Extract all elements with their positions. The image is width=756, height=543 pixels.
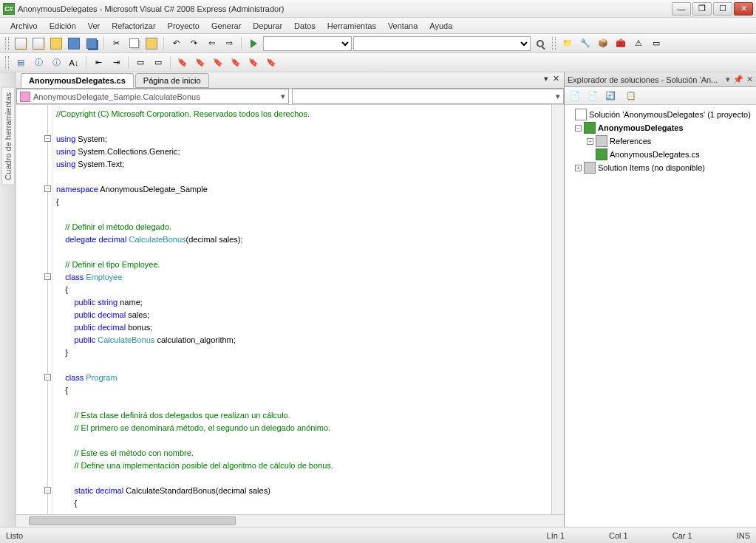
fold-toggle[interactable]: −	[44, 185, 51, 192]
code-editor[interactable]: −−−−− //Copyright (C) Microsoft Corporat…	[16, 105, 564, 514]
code-navigation-bar: AnonymousDelegate_Sample.CalculateBonus …	[16, 89, 564, 105]
menu-ver[interactable]: Ver	[82, 19, 106, 33]
menu-edicion[interactable]: Edición	[44, 19, 82, 33]
properties-button[interactable]: 📄	[568, 89, 582, 103]
menu-archivo[interactable]: Archivo	[4, 19, 44, 33]
tree-file[interactable]: AnonymousDelegates.cs	[566, 148, 755, 161]
nav-back-button[interactable]: ⇦	[203, 35, 219, 52]
quick-info-button[interactable]: ⓘ	[48, 55, 64, 71]
chevron-down-icon: ▾	[281, 92, 285, 101]
tree-solution-items[interactable]: + Solution Items (no disponible)	[566, 161, 755, 174]
uncomment-button[interactable]: ▭	[150, 55, 166, 71]
nav-fwd-button[interactable]: ⇨	[221, 35, 237, 52]
menu-depurar[interactable]: Depurar	[247, 19, 288, 33]
menu-ayuda[interactable]: Ayuda	[423, 19, 458, 33]
tab-active-file[interactable]: AnonymousDelegates.cs	[21, 73, 134, 88]
find-combo[interactable]	[353, 36, 531, 51]
status-char: Car 1	[672, 531, 692, 540]
immediate-button[interactable]: ▭	[648, 35, 664, 52]
properties-button[interactable]: 🔧	[577, 35, 593, 52]
vertical-scrollbar[interactable]	[551, 105, 564, 514]
indent-less-button[interactable]: ⇤	[90, 55, 106, 71]
show-all-button[interactable]: 📄	[585, 89, 600, 103]
refresh-button[interactable]: 🔄	[603, 89, 618, 103]
pane-close-icon[interactable]: ✕	[746, 75, 753, 84]
solution-explorer: Explorador de soluciones - Solución 'An.…	[564, 72, 756, 527]
toolbar-grip[interactable]	[552, 37, 556, 50]
bookmark-prev-doc-button[interactable]: 🔖	[228, 55, 244, 71]
config-combo[interactable]	[263, 36, 352, 51]
toolbar-grip[interactable]	[5, 37, 9, 50]
indent-more-button[interactable]: ⇥	[108, 55, 124, 71]
pane-pin-icon[interactable]: 📌	[733, 75, 743, 84]
solution-items-label: Solution Items (no disponible)	[598, 163, 705, 172]
menu-herramientas[interactable]: Herramientas	[321, 19, 382, 33]
project-label: AnonymousDelegates	[598, 123, 684, 132]
error-list-button[interactable]: ⚠	[630, 35, 647, 52]
expand-icon[interactable]: −	[575, 125, 582, 132]
tree-references[interactable]: + References	[566, 134, 755, 148]
redo-button[interactable]: ↷	[185, 35, 202, 52]
cut-button[interactable]: ✂	[108, 35, 124, 52]
menu-refactorizar[interactable]: Refactorizar	[106, 19, 161, 33]
comment-button[interactable]: ▭	[132, 55, 149, 71]
maximize-button[interactable]: ☐	[713, 2, 732, 16]
csharp-file-icon	[596, 148, 607, 160]
paste-button[interactable]	[143, 35, 160, 52]
restore-button[interactable]: ❐	[692, 2, 712, 16]
folder-icon	[584, 162, 596, 174]
undo-button[interactable]: ↶	[168, 35, 184, 52]
fold-toggle[interactable]: −	[44, 374, 51, 380]
open-button[interactable]	[48, 35, 64, 52]
solution-tree[interactable]: Solución 'AnonymousDelegates' (1 proyect…	[565, 105, 756, 527]
expand-icon[interactable]: +	[587, 138, 593, 145]
fold-toggle[interactable]: −	[44, 487, 51, 494]
toolbox-tab[interactable]: Cuadro de herramientas	[1, 87, 15, 185]
window-title: AnonymousDelegates - Microsoft Visual C#…	[18, 4, 672, 13]
bookmark-next-doc-button[interactable]: 🔖	[245, 55, 262, 71]
fold-toggle[interactable]: −	[44, 273, 51, 280]
param-info-button[interactable]: ⓘ	[30, 55, 47, 71]
method-combo[interactable]: ▾	[292, 89, 565, 104]
bookmark-next-button[interactable]: 🔖	[210, 55, 226, 71]
toolbar-grip[interactable]	[5, 56, 9, 69]
menu-datos[interactable]: Datos	[288, 19, 321, 33]
solution-explorer-title: Explorador de soluciones - Solución 'An.…	[565, 72, 756, 87]
bookmark-clear-button[interactable]: 🔖	[263, 55, 279, 71]
horizontal-scrollbar[interactable]	[16, 514, 564, 527]
complete-word-button[interactable]: A↓	[66, 55, 82, 71]
fold-toggle[interactable]: −	[44, 135, 51, 142]
status-bar: Listo Lín 1 Col 1 Car 1 INS	[0, 527, 756, 543]
bookmark-prev-button[interactable]: 🔖	[192, 55, 208, 71]
editor-gutter[interactable]: −−−−−	[16, 105, 53, 514]
close-button[interactable]: ✕	[734, 2, 753, 16]
new-project-button[interactable]	[13, 35, 29, 52]
bookmark-button[interactable]: 🔖	[174, 55, 191, 71]
menu-generar[interactable]: Generar	[205, 19, 247, 33]
menu-proyecto[interactable]: Proyecto	[162, 19, 205, 33]
menu-ventana[interactable]: Ventana	[382, 19, 423, 33]
status-col: Col 1	[609, 531, 628, 540]
find-button[interactable]	[532, 35, 548, 52]
copy-button[interactable]	[126, 35, 142, 52]
solution-explorer-button[interactable]: 📁	[559, 35, 576, 52]
tab-dropdown-icon[interactable]: ▾	[544, 74, 548, 83]
class-combo[interactable]: AnonymousDelegate_Sample.CalculateBonus …	[16, 89, 289, 104]
tab-start-page[interactable]: Página de inicio	[135, 73, 209, 88]
new-item-button[interactable]	[30, 35, 47, 52]
code-area[interactable]: //Copyright (C) Microsoft Corporation. R…	[53, 105, 551, 514]
tree-solution[interactable]: Solución 'AnonymousDelegates' (1 proyect…	[566, 108, 755, 121]
view-code-button[interactable]: 📋	[624, 89, 638, 103]
toolbar-text-editor: ▤ ⓘ ⓘ A↓ ⇤ ⇥ ▭ ▭ 🔖 🔖 🔖 🔖 🔖 🔖	[0, 53, 756, 72]
member-list-button[interactable]: ▤	[13, 55, 29, 71]
object-browser-button[interactable]: 📦	[595, 35, 611, 52]
minimize-button[interactable]: —	[672, 2, 691, 16]
start-debug-button[interactable]	[245, 35, 262, 52]
tab-close-icon[interactable]: ✕	[553, 74, 559, 83]
save-button[interactable]	[66, 35, 82, 52]
expand-icon[interactable]: +	[575, 165, 582, 171]
tree-project[interactable]: − AnonymousDelegates	[566, 121, 755, 134]
pane-dropdown-icon[interactable]: ▾	[726, 75, 730, 84]
save-all-button[interactable]	[84, 35, 100, 52]
toolbox-button[interactable]: 🧰	[613, 35, 629, 52]
